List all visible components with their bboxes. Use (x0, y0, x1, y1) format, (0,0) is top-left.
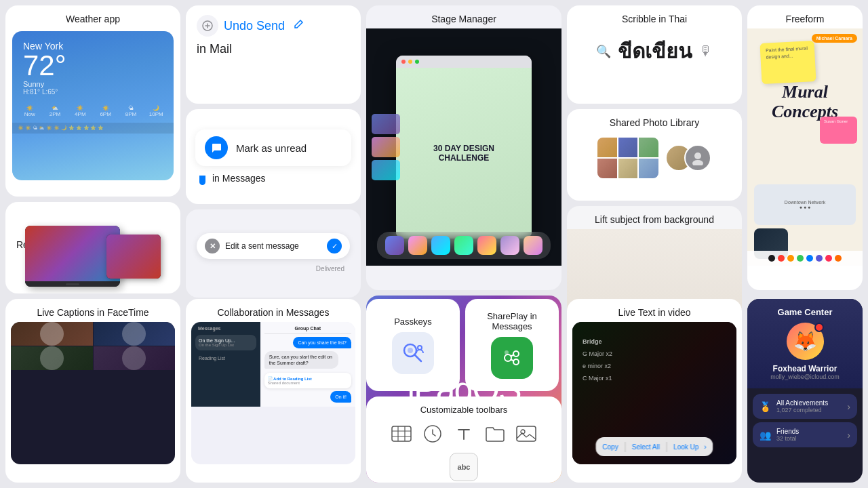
photo-icon (514, 422, 538, 446)
stage-manager-tile: Stage Manager (366, 5, 561, 290)
weather-forecast: ☀️Now ⛅2PM ☀️4PM ☀️6PM 🌤8PM 🌙10PM (12, 105, 174, 123)
toolbars-tile: Customizable toolbars (366, 396, 561, 483)
delivered-text: Delivered (316, 265, 344, 272)
passkeys-title: Passkeys (394, 317, 432, 327)
thumb-2 (372, 137, 400, 157)
edit-input[interactable]: Edit a sent message (225, 241, 321, 251)
gc-achievements-item[interactable]: 🏅 All Achievements 1,027 completed › (753, 394, 857, 419)
weather-preview: New York 72° Sunny H:81° L:65° ☀️Now ⛅2P… (12, 31, 174, 180)
photo-mosaic (597, 138, 658, 178)
look-up-label[interactable]: Look Up (673, 443, 698, 451)
text-icon (452, 422, 476, 446)
svg-point-2 (694, 152, 701, 159)
weather-hilo: H:81° L:65° (23, 88, 163, 96)
svg-point-3 (692, 160, 703, 165)
svg-point-26 (513, 359, 519, 365)
achievements-arrow: › (847, 401, 850, 412)
stage-preview: 30 DAY DESIGNCHALLENGE (366, 28, 561, 266)
svg-point-22 (408, 348, 413, 353)
shared-photo-tile: Shared Photo Library (567, 109, 742, 201)
mark-unread-row[interactable]: Mark as unread (195, 129, 351, 166)
stage-design-text: 30 DAY DESIGNCHALLENGE (433, 144, 494, 163)
weather-title: Weather app (5, 5, 180, 28)
live-text-title: Live Text in video (567, 299, 742, 322)
freeform-tile: Freeform Paint the final mural design an… (747, 5, 863, 290)
shared-photo-title: Shared Photo Library (567, 109, 742, 132)
weather-tile: Weather app New York 72° Sunny H:81° L:6… (5, 5, 180, 197)
svg-rect-28 (392, 426, 411, 441)
svg-point-27 (505, 350, 509, 354)
facetime-preview (11, 322, 175, 464)
collab-messages-tile: Collaboration in Messages Messages On th… (186, 299, 361, 483)
copy-label[interactable]: Copy (602, 443, 618, 451)
freeform-title: Freeform (747, 5, 863, 28)
live-text-preview: Bridge G Major x2 e minor x2 C Major x1 … (572, 322, 736, 464)
main-layout: Weather app New York 72° Sunny H:81° L:6… (0, 0, 868, 488)
toolbar-icons: abc (374, 422, 553, 481)
blue-dot (199, 176, 205, 182)
clock-icon (420, 422, 445, 446)
edit-icon (293, 19, 304, 33)
friends-arrow: › (847, 430, 850, 441)
svg-point-1 (199, 179, 205, 185)
stage-dock (377, 232, 551, 259)
edit-message-tile: ✕ Edit a sent message ✓ Delivered (186, 209, 361, 298)
reference-mode-tile: Reference mode (5, 202, 180, 293)
svg-point-24 (505, 354, 511, 361)
undo-tile: Undo Send in Mail (186, 5, 361, 104)
achievements-count: 1,027 completed (776, 407, 842, 413)
shareplay-tile: SharePlay in Messages (465, 299, 559, 391)
search-icon: 🔍 (596, 44, 611, 59)
facetime-cell-3 (11, 346, 93, 370)
freeform-toolbar (747, 251, 863, 266)
mark-unread-tile: Mark as unread in Messages (186, 109, 361, 204)
compose-icon (197, 15, 218, 37)
live-text-video-tile: Live Text in video Bridge G Major x2 e m… (567, 299, 742, 483)
thai-text: ขีดเขียน (618, 35, 692, 67)
avatar-2 (684, 144, 711, 171)
undo-label[interactable]: Undo Send (224, 19, 285, 33)
svg-point-25 (513, 351, 519, 357)
message-icon (205, 136, 228, 159)
scribble-content: 🔍 ขีดเขียน 🎙 (567, 28, 742, 74)
reference-devices (5, 226, 180, 287)
live-captions-tile: Live Captions in FaceTime (5, 299, 180, 483)
live-captions-title: Live Captions in FaceTime (5, 299, 180, 322)
gc-title: Game Center (778, 307, 833, 317)
shared-preview (567, 132, 742, 184)
gc-friends-item[interactable]: 👥 Friends 32 total › (753, 422, 857, 447)
passkeys-icon (392, 332, 434, 374)
abc-icon: abc (450, 453, 478, 481)
in-messages-label: in Messages (212, 173, 266, 184)
in-mail-label: in Mail (197, 42, 232, 56)
shareplay-icon (491, 337, 533, 379)
stage-main-window: 30 DAY DESIGNCHALLENGE (396, 56, 532, 239)
thumb-1 (372, 114, 400, 134)
collab-title: Collaboration in Messages (186, 299, 361, 322)
friends-count: 32 total (776, 435, 842, 442)
shareplay-title: SharePlay in Messages (473, 311, 551, 331)
mark-label: Mark as unread (236, 142, 307, 154)
stage-title: Stage Manager (366, 5, 561, 28)
lift-title: Lift subject from background (567, 206, 742, 229)
achievement-icon: 🏅 (760, 401, 771, 412)
facetime-cell-1 (11, 322, 93, 346)
gc-username: Foxhead Warrior (773, 364, 837, 373)
x-button[interactable]: ✕ (205, 239, 220, 253)
gc-menu: 🏅 All Achievements 1,027 completed › 👥 F… (747, 388, 863, 453)
friends-label: Friends (776, 428, 842, 435)
livetext-context-menu[interactable]: Copy | Select All | Look Up › (595, 437, 713, 456)
gc-header: Game Center 🦊 Foxhead Warrior molly_wieb… (747, 299, 863, 388)
select-all-label[interactable]: Select All (632, 443, 660, 451)
achievements-label: All Achievements (776, 399, 842, 407)
check-button[interactable]: ✓ (327, 239, 342, 253)
gamecenter-tile: Game Center 🦊 Foxhead Warrior molly_wieb… (747, 299, 863, 483)
weather-desc: Sunny (23, 80, 163, 88)
passkeys-tile: Passkeys (366, 299, 460, 391)
edit-message-row[interactable]: ✕ Edit a sent message ✓ (197, 233, 350, 259)
freeform-canvas: Paint the final mural design and... Mich… (747, 28, 863, 266)
facetime-cell-4 (94, 346, 176, 370)
scribble-title: Scribble in Thai (567, 5, 742, 28)
gc-notification-badge (814, 323, 824, 332)
svg-rect-34 (517, 426, 536, 441)
